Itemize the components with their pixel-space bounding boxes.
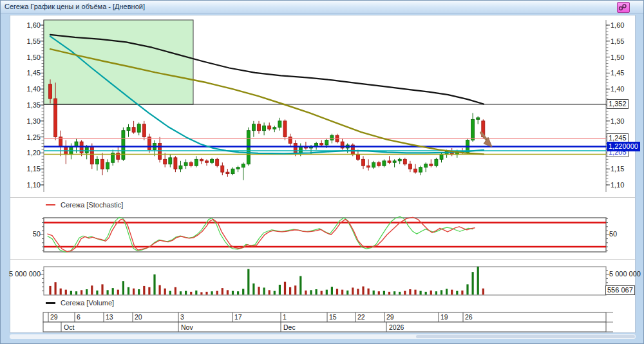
chain-link-glyph <box>618 3 628 12</box>
stochastic-right-axis-label: 50 <box>609 230 617 238</box>
stochastic-legend: Сегежа [Stochastic] <box>46 201 123 209</box>
volume-legend-label: Сегежа [Volume] <box>61 299 114 307</box>
volume-last-value-box: 556 067 <box>605 285 635 295</box>
volume-line-icon <box>46 302 55 304</box>
last-price-badge: 1,220000 <box>607 142 640 151</box>
ma-black-value-box: 1,352 <box>607 99 629 109</box>
link-icon[interactable] <box>617 2 630 13</box>
volume-legend: Сегежа [Volume] <box>46 299 114 307</box>
stochastic-legend-label: Сегежа [Stochastic] <box>61 201 123 209</box>
chart-client-area <box>10 15 636 333</box>
stochastic-left-axis-label: 50 <box>15 230 41 238</box>
volume-left-axis-label: 5 000 000 <box>2 270 41 278</box>
window-title: Сегежа График цены и объёма - [Дневной] <box>5 3 145 10</box>
window-titlebar[interactable]: Сегежа График цены и объёма - [Дневной] <box>1 1 643 14</box>
volume-right-axis-label: 5 000 000 <box>609 270 641 278</box>
app-window: Сегежа График цены и объёма - [Дневной] … <box>0 0 644 344</box>
horizontal-scrollbar-thumb[interactable] <box>416 335 635 338</box>
stochastic-line-icon <box>46 204 55 205</box>
